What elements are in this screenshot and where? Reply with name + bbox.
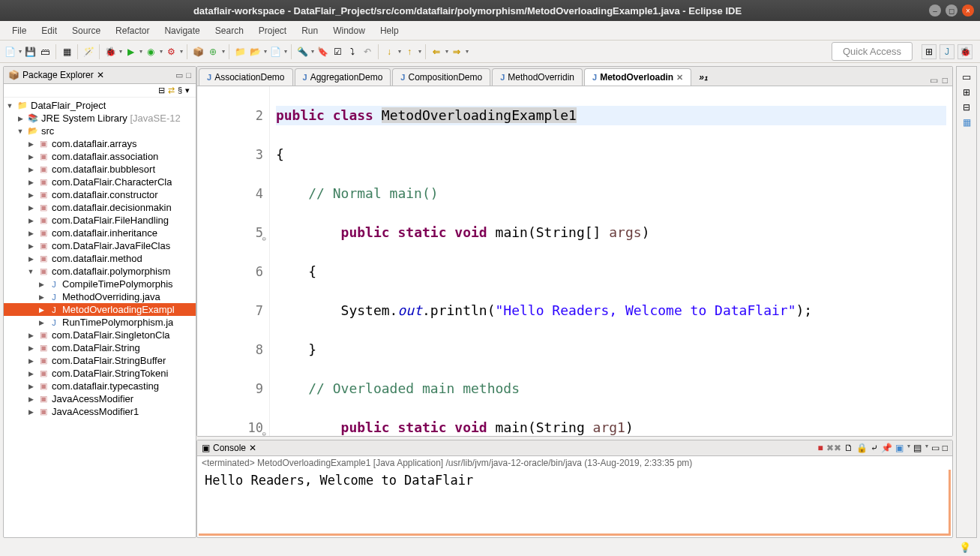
tag-icon[interactable]: 🔖 bbox=[316, 45, 329, 59]
menu-window[interactable]: Window bbox=[325, 23, 373, 38]
package-tree[interactable]: ▼📁DataFlair_Project ▶📚JRE System Library… bbox=[4, 98, 196, 537]
close-tab-icon[interactable]: ✕ bbox=[676, 73, 683, 83]
tab-composition[interactable]: JCompositionDemo bbox=[392, 68, 490, 86]
new-class-icon[interactable]: ⊕ bbox=[206, 45, 220, 59]
filter-icon[interactable]: § bbox=[178, 86, 182, 95]
file-override[interactable]: MethodOverriding.java bbox=[62, 291, 160, 302]
restore-icon[interactable]: ▭ bbox=[962, 71, 971, 83]
package-node[interactable]: ▶▣com.DataFlair.StringTokeni bbox=[4, 367, 196, 380]
pin-icon[interactable]: 📌 bbox=[881, 443, 892, 453]
file-overloading[interactable]: MetodOverloadingExampl bbox=[62, 304, 175, 315]
prev-icon[interactable]: ↑ bbox=[403, 45, 416, 59]
step-icon[interactable]: ⤵ bbox=[346, 45, 359, 59]
package-node[interactable]: ▶▣com.dataflair.typecasting bbox=[4, 380, 196, 392]
editor-max-icon[interactable]: □ bbox=[943, 75, 948, 86]
external-icon[interactable]: ⚙ bbox=[164, 45, 178, 59]
file-compile[interactable]: CompileTimePolymorphis bbox=[62, 278, 173, 290]
package-node[interactable]: ▶▣com.DataFlair.FileHandling bbox=[4, 214, 196, 227]
open-console-icon[interactable]: ▤ bbox=[913, 443, 922, 453]
package-node[interactable]: ▶▣JavaAcessModifier1 bbox=[4, 405, 196, 418]
display-icon[interactable]: ▣ bbox=[895, 443, 904, 453]
min-console-icon[interactable]: ▭ bbox=[931, 443, 940, 453]
jre-node[interactable]: JRE System Library bbox=[41, 113, 127, 124]
forward-icon[interactable]: ⇒ bbox=[450, 45, 463, 59]
switch-icon[interactable]: ▦ bbox=[60, 45, 73, 59]
package-node[interactable]: ▶▣com.dataflair.association bbox=[4, 150, 196, 163]
run-icon[interactable]: ▶ bbox=[124, 45, 137, 59]
window-maximize-button[interactable]: ◻ bbox=[946, 5, 958, 17]
menu-help[interactable]: Help bbox=[373, 23, 406, 38]
menu-source[interactable]: Source bbox=[64, 23, 108, 38]
package-node[interactable]: ▶▣JavaAcessModifier bbox=[4, 392, 196, 405]
menu-refactor[interactable]: Refactor bbox=[108, 23, 157, 38]
search-icon[interactable]: 🔦 bbox=[295, 45, 309, 59]
coverage-icon[interactable]: ◉ bbox=[144, 45, 157, 59]
new-package-icon[interactable]: 📦 bbox=[191, 45, 205, 59]
view-menu-icon[interactable]: ▾ bbox=[185, 86, 190, 95]
word-wrap-icon[interactable]: ⤶ bbox=[871, 443, 878, 453]
link-editor-icon[interactable]: ⇄ bbox=[168, 86, 175, 95]
menu-navigate[interactable]: Navigate bbox=[157, 23, 207, 38]
package-node[interactable]: ▶▣com.DataFlair.CharacterCla bbox=[4, 176, 196, 188]
package-node[interactable]: ▶▣com.dataflair.arrays bbox=[4, 137, 196, 150]
task-icon[interactable]: ☑ bbox=[331, 45, 344, 59]
undo-icon[interactable]: ↶ bbox=[361, 45, 374, 59]
project-node[interactable]: DataFlair_Project bbox=[31, 100, 106, 111]
package-node[interactable]: ▶▣com.dataflair.method bbox=[4, 252, 196, 265]
wand-icon[interactable]: 🪄 bbox=[82, 45, 95, 59]
maximize-view-icon[interactable]: □ bbox=[186, 71, 191, 80]
outline-icon[interactable]: ⊟ bbox=[963, 102, 970, 113]
package-node[interactable]: ▶▣com.DataFlair.SingletonCla bbox=[4, 329, 196, 341]
taskbar-icon[interactable]: ⊞ bbox=[963, 87, 970, 98]
back-icon[interactable]: ⇐ bbox=[430, 45, 443, 59]
code-editor[interactable]: 2 3 4 5⊖ 6 7 8 9 10⊖ 11 12 13 14 15⊖ 16 … bbox=[197, 86, 952, 436]
package-polymorphism[interactable]: com.dataflair.polymorphism bbox=[52, 266, 170, 277]
menu-search[interactable]: Search bbox=[208, 23, 251, 38]
package-node[interactable]: ▶▣com.dataflair.decisionmakin bbox=[4, 201, 196, 214]
save-all-icon[interactable]: 🗃 bbox=[38, 45, 52, 59]
console-output[interactable]: Hello Readers, Welcome to DataFlair bbox=[199, 470, 951, 536]
menu-file[interactable]: File bbox=[4, 23, 34, 38]
views-icon[interactable]: ▦ bbox=[963, 117, 971, 128]
file-runtime[interactable]: RunTimePolymorphism.ja bbox=[62, 317, 173, 328]
collapse-all-icon[interactable]: ⊟ bbox=[158, 86, 165, 95]
perspective-open-icon[interactable]: ⊞ bbox=[922, 44, 937, 59]
package-node[interactable]: ▶▣com.dataflair.constructor bbox=[4, 188, 196, 201]
quick-access-field[interactable]: Quick Access bbox=[832, 42, 913, 61]
tab-aggregation[interactable]: JAggregationDemo bbox=[295, 68, 391, 86]
editor-min-icon[interactable]: ▭ bbox=[930, 75, 938, 86]
close-console-icon[interactable]: ✕ bbox=[249, 443, 256, 453]
tab-association[interactable]: JAssociationDemo bbox=[199, 68, 293, 86]
file-icon[interactable]: 📄 bbox=[268, 45, 282, 59]
window-minimize-button[interactable]: – bbox=[929, 5, 941, 17]
tab-overriding[interactable]: JMethodOverridin bbox=[492, 68, 583, 86]
new-icon[interactable]: 📄 bbox=[3, 45, 16, 59]
close-view-icon[interactable]: ✕ bbox=[97, 70, 104, 80]
perspective-debug-icon[interactable]: 🐞 bbox=[958, 44, 973, 59]
menu-project[interactable]: Project bbox=[251, 23, 294, 38]
perspective-java-icon[interactable]: J bbox=[940, 44, 955, 59]
folder-icon[interactable]: 📁 bbox=[233, 45, 247, 59]
tab-overloading[interactable]: JMetodOverloadin✕ bbox=[584, 68, 691, 86]
package-node[interactable]: ▶▣com.dataflair.bubblesort bbox=[4, 163, 196, 176]
next-icon[interactable]: ↓ bbox=[382, 45, 396, 59]
save-icon[interactable]: 💾 bbox=[23, 45, 37, 59]
open-icon[interactable]: 📂 bbox=[248, 45, 262, 59]
scroll-lock-icon[interactable]: 🔒 bbox=[856, 443, 868, 453]
package-node[interactable]: ▶▣com.dataflair.inheritance bbox=[4, 227, 196, 239]
tip-icon[interactable]: 💡 bbox=[959, 542, 971, 553]
max-console-icon[interactable]: □ bbox=[943, 443, 948, 453]
clear-console-icon[interactable]: 🗋 bbox=[844, 443, 853, 453]
package-node[interactable]: ▶▣com.DataFlair.StringBuffer bbox=[4, 354, 196, 367]
package-node[interactable]: ▶▣com.DataFlair.String bbox=[4, 341, 196, 354]
tab-overflow[interactable]: »₁ bbox=[693, 69, 714, 86]
terminate-icon[interactable]: ■ bbox=[818, 443, 823, 453]
menu-run[interactable]: Run bbox=[294, 23, 325, 38]
minimize-view-icon[interactable]: ▭ bbox=[175, 71, 183, 80]
code-content[interactable]: public class MetodOverloadingExample1 { … bbox=[270, 86, 952, 436]
src-node[interactable]: src bbox=[41, 125, 54, 137]
window-close-button[interactable]: × bbox=[962, 5, 974, 17]
debug-icon[interactable]: 🐞 bbox=[103, 45, 117, 59]
menu-edit[interactable]: Edit bbox=[34, 23, 64, 38]
remove-icon[interactable]: ✖✖ bbox=[826, 443, 841, 453]
